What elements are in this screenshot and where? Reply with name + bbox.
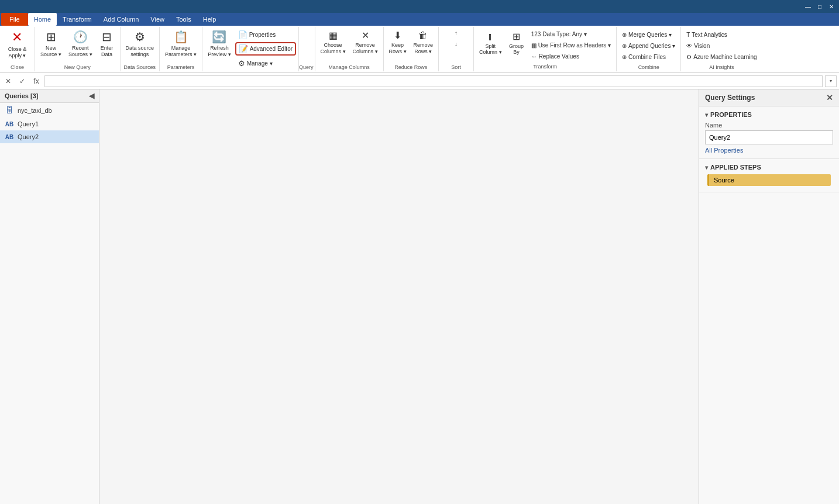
title-bar: — □ ✕ [0,0,839,13]
refresh-preview-button[interactable]: 🔄 RefreshPreview ▾ [205,28,234,70]
refresh-preview-label: RefreshPreview ▾ [208,45,231,58]
ribbon-group-close-label: Close [11,63,24,70]
choose-columns-button[interactable]: ▦ ChooseColumns ▾ [318,28,349,57]
source-step-label: Source [714,177,734,184]
formula-fx-button[interactable]: fx [30,75,42,87]
manage-parameters-button[interactable]: 📋 ManageParameters ▾ [162,28,200,60]
main-layout: Queries [3] ◀ 🗄 nyc_taxi_db AB Query1 AB… [0,89,839,504]
ribbon-group-query: 🔄 RefreshPreview ▾ 📄 Properties 📝 Advanc… [202,27,299,71]
minimize-button[interactable]: — [803,2,813,11]
remove-rows-label: RemoveRows ▾ [414,42,434,55]
menu-item-home[interactable]: Home [28,13,57,26]
advanced-editor-button[interactable]: 📝 Advanced Editor [235,42,296,56]
azure-ml-label: Azure Machine Learning [693,54,757,60]
combine-files-icon: ⊕ [622,54,627,60]
remove-columns-button[interactable]: ✕ RemoveColumns ▾ [350,28,381,57]
query-settings-panel: Query Settings ✕ ▾ PROPERTIES Name All P… [699,89,839,504]
text-analytics-icon: T [686,32,690,38]
properties-section: ▾ PROPERTIES Name All Properties [699,106,839,159]
query-item-query1[interactable]: AB Query1 [0,118,99,130]
applied-step-source[interactable]: Source [707,174,831,186]
menu-item-tools[interactable]: Tools [170,13,197,26]
append-queries-button[interactable]: ⊕ Append Queries ▾ [619,41,678,51]
menu-item-view[interactable]: View [145,13,170,26]
ribbon-group-ai-insights: T Text Analytics 👁 Vision ⚙ Azure Machin… [681,27,762,71]
sort-asc-button[interactable]: ↑ [452,28,460,38]
azure-ml-button[interactable]: ⚙ Azure Machine Learning [683,52,759,62]
menu-item-file[interactable]: File [1,13,28,26]
formula-input[interactable] [44,75,823,87]
ribbon-group-reduce-rows-label: Reduce Rows [394,63,427,70]
data-type-label: Data Type: Any ▾ [542,31,586,37]
formula-cancel-button[interactable]: ✕ [2,75,14,87]
data-source-settings-button[interactable]: ⚙ Data sourcesettings [123,28,157,60]
advanced-editor-label: Advanced Editor [250,46,293,52]
sort-asc-icon: ↑ [455,30,458,36]
ribbon-group-data-sources: ⚙ Data sourcesettings Data Sources [121,27,160,71]
replace-values-button[interactable]: ↔ Replace Values [528,51,614,61]
group-by-button[interactable]: ⊞ GroupBy [506,29,527,58]
queries-title: Queries [3] [5,92,38,99]
ribbon-group-new-query-label: New Query [64,63,91,70]
ribbon-group-query-footer-label: Query [299,63,314,70]
choose-columns-icon: ▦ [329,30,338,41]
merge-queries-icon: ⊕ [622,32,627,38]
query-settings-close-button[interactable]: ✕ [826,93,833,102]
replace-values-label: Replace Values [539,53,579,60]
first-row-headers-button[interactable]: ▦ Use First Row as Headers ▾ [528,40,614,50]
enter-data-label: EnterData [101,45,114,58]
advanced-editor-icon: 📝 [239,44,248,53]
query-item-query2[interactable]: AB Query2 [0,130,99,143]
choose-columns-label: ChooseColumns ▾ [321,42,346,55]
formula-confirm-button[interactable]: ✓ [16,75,28,87]
menu-item-help[interactable]: Help [197,13,222,26]
menu-item-add-column[interactable]: Add Column [98,13,145,26]
recent-sources-button[interactable]: 🕐 RecentSources ▾ [66,28,95,60]
new-source-button[interactable]: ⊞ NewSource ▾ [37,28,64,60]
query1-icon: AB [5,121,14,127]
manage-button[interactable]: ⚙ Manage ▾ [235,57,296,70]
queries-panel: Queries [3] ◀ 🗄 nyc_taxi_db AB Query1 AB… [0,89,99,504]
maximize-button[interactable]: □ [814,2,825,11]
close-apply-button[interactable]: ✕ Close & Apply ▾ [5,28,30,61]
vision-button[interactable]: 👁 Vision [683,41,759,51]
enter-data-button[interactable]: ⊟ EnterData [97,28,118,60]
query2-label: Query2 [18,133,39,140]
query1-label: Query1 [18,120,39,127]
applied-steps-section: ▾ APPLIED STEPS Source [699,159,839,192]
ribbon-group-sort: ↑ ↓ Sort [439,27,474,71]
query-item-nyc-taxi-db[interactable]: 🗄 nyc_taxi_db [0,103,99,118]
first-row-headers-icon: ▦ [531,42,537,49]
split-column-label: SplitColumn ▾ [479,43,502,56]
remove-rows-button[interactable]: 🗑 RemoveRows ▾ [411,28,436,57]
remove-columns-icon: ✕ [362,30,369,41]
append-queries-icon: ⊕ [622,43,627,49]
text-analytics-button[interactable]: T Text Analytics [683,30,759,40]
formula-dropdown-button[interactable]: ▾ [825,75,837,87]
merge-queries-button[interactable]: ⊕ Merge Queries ▾ [619,30,678,40]
keep-rows-button[interactable]: ⬇ KeepRows ▾ [386,28,410,57]
ribbon-group-manage-columns-label: Manage Columns [328,63,370,70]
properties-button[interactable]: 📄 Properties [235,29,296,41]
queries-collapse-button[interactable]: ◀ [89,92,94,100]
recent-sources-label: RecentSources ▾ [68,45,92,58]
data-type-button[interactable]: 123 Data Type: Any ▾ [528,29,614,39]
enter-data-icon: ⊟ [102,30,112,44]
menu-item-transform[interactable]: Transform [57,13,98,26]
split-column-button[interactable]: ⫿ SplitColumn ▾ [476,29,505,58]
combine-files-button[interactable]: ⊕ Combine Files [619,52,678,62]
close-apply-label: Close & Apply ▾ [8,46,27,59]
manage-parameters-icon: 📋 [174,30,188,44]
ribbon-group-data-sources-label: Data Sources [124,63,156,70]
ribbon-group-ai-insights-label: AI Insights [709,63,734,70]
sort-desc-button[interactable]: ↓ [452,39,460,49]
properties-icon: 📄 [238,30,247,39]
all-properties-link[interactable]: All Properties [705,147,833,154]
query-settings-header: Query Settings ✕ [699,89,839,106]
data-source-settings-icon: ⚙ [135,30,145,44]
query-name-input[interactable] [705,130,833,144]
query-settings-title: Query Settings [705,94,755,102]
formula-bar: ✕ ✓ fx ▾ [0,73,839,89]
window-close-button[interactable]: ✕ [826,2,837,11]
manage-label: Manage ▾ [247,60,273,67]
